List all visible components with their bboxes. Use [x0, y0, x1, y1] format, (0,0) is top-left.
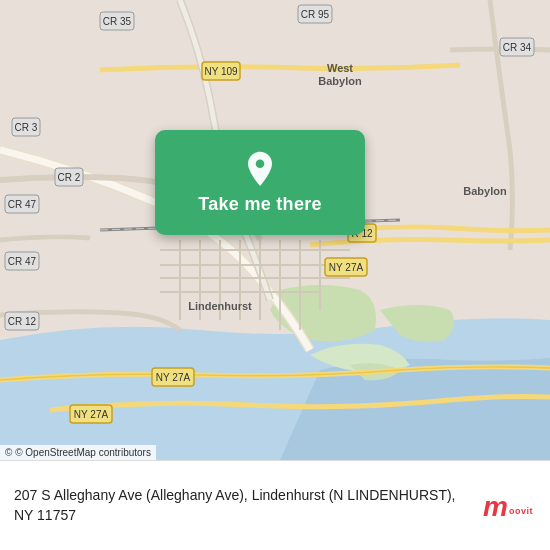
info-bar: 207 S Alleghany Ave (Alleghany Ave), Lin… — [0, 460, 550, 550]
map-container: CR 35 CR 95 CR 3 NY 109 CR 2 CR 47 CR 47… — [0, 0, 550, 460]
svg-point-45 — [256, 159, 265, 168]
svg-text:NY 27A: NY 27A — [74, 409, 109, 420]
svg-text:NY 27A: NY 27A — [329, 262, 364, 273]
svg-text:CR 2: CR 2 — [58, 172, 81, 183]
copyright-symbol: © — [5, 447, 12, 458]
take-me-there-card[interactable]: Take me there — [155, 130, 365, 235]
svg-text:Lindenhurst: Lindenhurst — [188, 300, 252, 312]
svg-text:CR 47: CR 47 — [8, 199, 37, 210]
svg-text:Babylon: Babylon — [318, 75, 362, 87]
take-me-there-label: Take me there — [198, 194, 322, 215]
svg-text:West: West — [327, 62, 353, 74]
moovit-logo: m oovit — [476, 488, 536, 523]
svg-text:CR 47: CR 47 — [8, 256, 37, 267]
svg-text:NY 109: NY 109 — [204, 66, 238, 77]
svg-text:CR 95: CR 95 — [301, 9, 330, 20]
svg-text:oovit: oovit — [509, 506, 533, 516]
attribution-text: © OpenStreetMap contributors — [15, 447, 151, 458]
svg-text:Babylon: Babylon — [463, 185, 507, 197]
moovit-logo-svg: m oovit — [479, 488, 534, 523]
location-pin-icon — [242, 150, 278, 186]
svg-text:CR 34: CR 34 — [503, 42, 532, 53]
svg-text:NY 27A: NY 27A — [156, 372, 191, 383]
svg-text:CR 12: CR 12 — [8, 316, 37, 327]
address-text: 207 S Alleghany Ave (Alleghany Ave), Lin… — [14, 486, 466, 525]
svg-text:CR 3: CR 3 — [15, 122, 38, 133]
svg-text:m: m — [483, 491, 508, 522]
osm-attribution: © © OpenStreetMap contributors — [0, 445, 156, 460]
svg-text:CR 35: CR 35 — [103, 16, 132, 27]
